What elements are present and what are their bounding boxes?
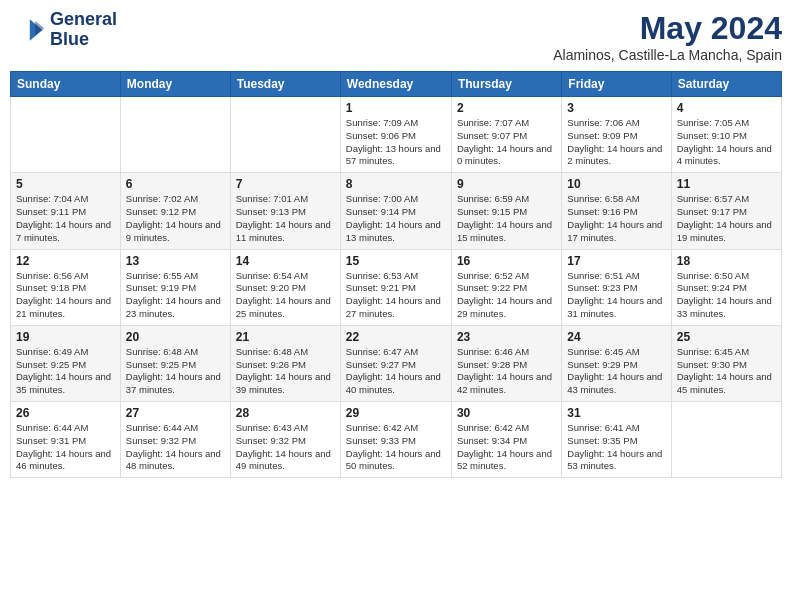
day-number: 5 <box>16 177 115 191</box>
day-number: 18 <box>677 254 776 268</box>
logo-text: General Blue <box>50 10 117 50</box>
day-number: 9 <box>457 177 556 191</box>
calendar-cell: 22Sunrise: 6:47 AM Sunset: 9:27 PM Dayli… <box>340 325 451 401</box>
week-row-3: 12Sunrise: 6:56 AM Sunset: 9:18 PM Dayli… <box>11 249 782 325</box>
day-number: 10 <box>567 177 665 191</box>
title-block: May 2024 Alaminos, Castille-La Mancha, S… <box>553 10 782 63</box>
day-info: Sunrise: 6:50 AM Sunset: 9:24 PM Dayligh… <box>677 270 776 321</box>
day-number: 15 <box>346 254 446 268</box>
page-header: General Blue May 2024 Alaminos, Castille… <box>10 10 782 63</box>
day-info: Sunrise: 6:41 AM Sunset: 9:35 PM Dayligh… <box>567 422 665 473</box>
calendar-cell: 14Sunrise: 6:54 AM Sunset: 9:20 PM Dayli… <box>230 249 340 325</box>
day-number: 2 <box>457 101 556 115</box>
calendar-cell: 23Sunrise: 6:46 AM Sunset: 9:28 PM Dayli… <box>451 325 561 401</box>
day-number: 3 <box>567 101 665 115</box>
calendar-cell: 11Sunrise: 6:57 AM Sunset: 9:17 PM Dayli… <box>671 173 781 249</box>
day-info: Sunrise: 6:52 AM Sunset: 9:22 PM Dayligh… <box>457 270 556 321</box>
calendar-cell: 30Sunrise: 6:42 AM Sunset: 9:34 PM Dayli… <box>451 402 561 478</box>
calendar-cell: 29Sunrise: 6:42 AM Sunset: 9:33 PM Dayli… <box>340 402 451 478</box>
day-number: 30 <box>457 406 556 420</box>
day-number: 21 <box>236 330 335 344</box>
calendar-cell <box>11 97 121 173</box>
calendar-cell: 3Sunrise: 7:06 AM Sunset: 9:09 PM Daylig… <box>562 97 671 173</box>
day-number: 6 <box>126 177 225 191</box>
location-title: Alaminos, Castille-La Mancha, Spain <box>553 47 782 63</box>
week-row-4: 19Sunrise: 6:49 AM Sunset: 9:25 PM Dayli… <box>11 325 782 401</box>
day-number: 11 <box>677 177 776 191</box>
day-info: Sunrise: 6:46 AM Sunset: 9:28 PM Dayligh… <box>457 346 556 397</box>
day-number: 19 <box>16 330 115 344</box>
day-info: Sunrise: 6:44 AM Sunset: 9:31 PM Dayligh… <box>16 422 115 473</box>
day-info: Sunrise: 6:55 AM Sunset: 9:19 PM Dayligh… <box>126 270 225 321</box>
calendar-cell: 15Sunrise: 6:53 AM Sunset: 9:21 PM Dayli… <box>340 249 451 325</box>
calendar-cell: 4Sunrise: 7:05 AM Sunset: 9:10 PM Daylig… <box>671 97 781 173</box>
weekday-header-sunday: Sunday <box>11 72 121 97</box>
day-number: 20 <box>126 330 225 344</box>
calendar-cell <box>671 402 781 478</box>
day-number: 24 <box>567 330 665 344</box>
calendar-cell: 17Sunrise: 6:51 AM Sunset: 9:23 PM Dayli… <box>562 249 671 325</box>
day-info: Sunrise: 6:58 AM Sunset: 9:16 PM Dayligh… <box>567 193 665 244</box>
calendar-cell: 12Sunrise: 6:56 AM Sunset: 9:18 PM Dayli… <box>11 249 121 325</box>
day-number: 8 <box>346 177 446 191</box>
calendar-cell: 2Sunrise: 7:07 AM Sunset: 9:07 PM Daylig… <box>451 97 561 173</box>
day-number: 12 <box>16 254 115 268</box>
week-row-1: 1Sunrise: 7:09 AM Sunset: 9:06 PM Daylig… <box>11 97 782 173</box>
day-info: Sunrise: 6:59 AM Sunset: 9:15 PM Dayligh… <box>457 193 556 244</box>
calendar-cell: 9Sunrise: 6:59 AM Sunset: 9:15 PM Daylig… <box>451 173 561 249</box>
day-info: Sunrise: 7:04 AM Sunset: 9:11 PM Dayligh… <box>16 193 115 244</box>
week-row-5: 26Sunrise: 6:44 AM Sunset: 9:31 PM Dayli… <box>11 402 782 478</box>
weekday-header-monday: Monday <box>120 72 230 97</box>
day-number: 25 <box>677 330 776 344</box>
day-info: Sunrise: 7:07 AM Sunset: 9:07 PM Dayligh… <box>457 117 556 168</box>
day-info: Sunrise: 7:05 AM Sunset: 9:10 PM Dayligh… <box>677 117 776 168</box>
calendar-cell: 6Sunrise: 7:02 AM Sunset: 9:12 PM Daylig… <box>120 173 230 249</box>
day-info: Sunrise: 7:02 AM Sunset: 9:12 PM Dayligh… <box>126 193 225 244</box>
day-number: 27 <box>126 406 225 420</box>
day-info: Sunrise: 6:48 AM Sunset: 9:26 PM Dayligh… <box>236 346 335 397</box>
month-title: May 2024 <box>553 10 782 47</box>
calendar-cell: 20Sunrise: 6:48 AM Sunset: 9:25 PM Dayli… <box>120 325 230 401</box>
day-number: 7 <box>236 177 335 191</box>
day-info: Sunrise: 6:51 AM Sunset: 9:23 PM Dayligh… <box>567 270 665 321</box>
calendar-cell: 27Sunrise: 6:44 AM Sunset: 9:32 PM Dayli… <box>120 402 230 478</box>
calendar-header: SundayMondayTuesdayWednesdayThursdayFrid… <box>11 72 782 97</box>
day-info: Sunrise: 6:48 AM Sunset: 9:25 PM Dayligh… <box>126 346 225 397</box>
day-info: Sunrise: 6:44 AM Sunset: 9:32 PM Dayligh… <box>126 422 225 473</box>
calendar-cell: 21Sunrise: 6:48 AM Sunset: 9:26 PM Dayli… <box>230 325 340 401</box>
day-number: 4 <box>677 101 776 115</box>
calendar-cell: 10Sunrise: 6:58 AM Sunset: 9:16 PM Dayli… <box>562 173 671 249</box>
logo: General Blue <box>10 10 117 50</box>
calendar-cell: 19Sunrise: 6:49 AM Sunset: 9:25 PM Dayli… <box>11 325 121 401</box>
day-number: 17 <box>567 254 665 268</box>
calendar-cell: 25Sunrise: 6:45 AM Sunset: 9:30 PM Dayli… <box>671 325 781 401</box>
day-number: 31 <box>567 406 665 420</box>
calendar-cell <box>230 97 340 173</box>
day-info: Sunrise: 6:53 AM Sunset: 9:21 PM Dayligh… <box>346 270 446 321</box>
day-number: 26 <box>16 406 115 420</box>
calendar-cell: 8Sunrise: 7:00 AM Sunset: 9:14 PM Daylig… <box>340 173 451 249</box>
calendar: SundayMondayTuesdayWednesdayThursdayFrid… <box>10 71 782 478</box>
calendar-body: 1Sunrise: 7:09 AM Sunset: 9:06 PM Daylig… <box>11 97 782 478</box>
day-info: Sunrise: 6:45 AM Sunset: 9:30 PM Dayligh… <box>677 346 776 397</box>
day-number: 1 <box>346 101 446 115</box>
day-info: Sunrise: 7:06 AM Sunset: 9:09 PM Dayligh… <box>567 117 665 168</box>
weekday-header-tuesday: Tuesday <box>230 72 340 97</box>
day-info: Sunrise: 6:49 AM Sunset: 9:25 PM Dayligh… <box>16 346 115 397</box>
weekday-header-saturday: Saturday <box>671 72 781 97</box>
calendar-cell: 31Sunrise: 6:41 AM Sunset: 9:35 PM Dayli… <box>562 402 671 478</box>
day-info: Sunrise: 7:00 AM Sunset: 9:14 PM Dayligh… <box>346 193 446 244</box>
day-number: 23 <box>457 330 556 344</box>
day-info: Sunrise: 6:57 AM Sunset: 9:17 PM Dayligh… <box>677 193 776 244</box>
calendar-cell <box>120 97 230 173</box>
weekday-header-friday: Friday <box>562 72 671 97</box>
calendar-cell: 28Sunrise: 6:43 AM Sunset: 9:32 PM Dayli… <box>230 402 340 478</box>
day-info: Sunrise: 6:47 AM Sunset: 9:27 PM Dayligh… <box>346 346 446 397</box>
calendar-cell: 5Sunrise: 7:04 AM Sunset: 9:11 PM Daylig… <box>11 173 121 249</box>
calendar-cell: 26Sunrise: 6:44 AM Sunset: 9:31 PM Dayli… <box>11 402 121 478</box>
logo-icon <box>10 12 46 48</box>
calendar-cell: 24Sunrise: 6:45 AM Sunset: 9:29 PM Dayli… <box>562 325 671 401</box>
calendar-cell: 1Sunrise: 7:09 AM Sunset: 9:06 PM Daylig… <box>340 97 451 173</box>
day-number: 16 <box>457 254 556 268</box>
calendar-cell: 18Sunrise: 6:50 AM Sunset: 9:24 PM Dayli… <box>671 249 781 325</box>
